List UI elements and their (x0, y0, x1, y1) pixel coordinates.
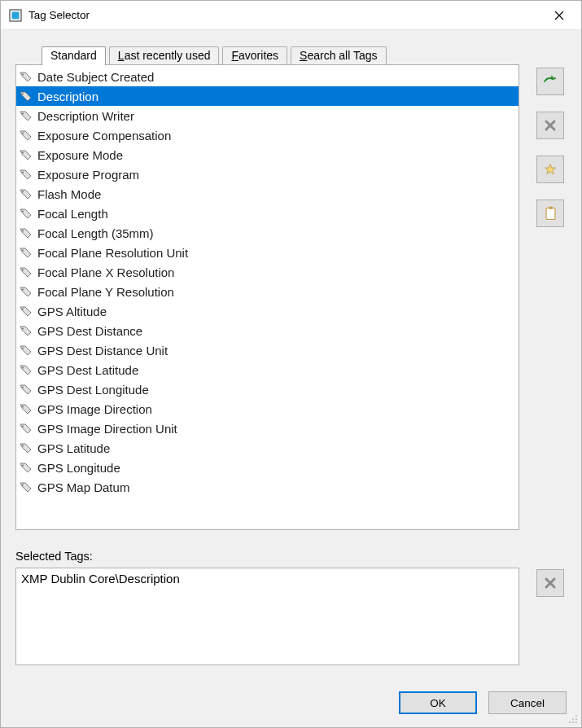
svg-point-5 (22, 133, 24, 134)
tab-search-all-tags[interactable]: Search all Tags (291, 46, 386, 64)
tag-icon (20, 168, 33, 181)
tag-icon (20, 305, 33, 318)
clipboard-button[interactable] (536, 200, 564, 227)
list-item[interactable]: Description Writer (16, 106, 519, 125)
svg-point-16 (22, 348, 24, 349)
list-item[interactable]: GPS Dest Longitude (16, 379, 519, 399)
window-title: Tag Selector (28, 9, 540, 21)
svg-point-11 (22, 250, 24, 252)
list-item-label: Description (37, 90, 98, 103)
tag-icon (20, 70, 33, 83)
svg-point-3 (22, 94, 24, 95)
selected-tags-row: XMP Dublin Core\Description (15, 568, 567, 665)
svg-point-17 (22, 367, 24, 369)
list-item[interactable]: Focal Plane Resolution Unit (16, 243, 519, 262)
left-column: StandardLast recently usedFavoritesSearc… (15, 46, 519, 530)
svg-point-30 (572, 721, 574, 723)
list-item-label: GPS Dest Latitude (37, 363, 138, 377)
ok-button[interactable]: OK (399, 691, 477, 714)
svg-point-13 (22, 289, 24, 291)
list-item[interactable]: GPS Dest Distance (16, 321, 519, 340)
list-item[interactable]: Exposure Program (16, 164, 519, 184)
list-item-label: GPS Longitude (37, 461, 120, 475)
list-item[interactable]: Focal Length (35mm) (16, 223, 519, 243)
svg-point-8 (22, 191, 24, 193)
list-item[interactable]: Flash Mode (16, 184, 519, 204)
svg-point-9 (22, 211, 24, 213)
svg-point-28 (575, 718, 577, 720)
dialog-body: StandardLast recently usedFavoritesSearc… (1, 30, 581, 677)
remove-selected-button[interactable] (536, 569, 564, 597)
list-item[interactable]: Focal Length (16, 204, 519, 223)
list-item[interactable]: Exposure Compensation (16, 125, 519, 145)
list-item[interactable]: GPS Map Datum (16, 477, 519, 497)
svg-point-6 (22, 152, 24, 154)
list-item[interactable]: GPS Image Direction (16, 399, 519, 419)
add-arrow-icon (543, 74, 558, 89)
list-item-label: GPS Image Direction (37, 402, 152, 416)
clipboard-icon (545, 206, 557, 221)
tag-icon (20, 383, 33, 396)
list-item[interactable]: Date Subject Created (16, 67, 519, 86)
list-item-label: Exposure Mode (37, 148, 123, 162)
tag-icon (20, 363, 33, 376)
list-item-label: Focal Length (35mm) (37, 226, 154, 240)
remove-tag-button[interactable] (536, 112, 564, 139)
tag-icon (20, 207, 33, 220)
list-item[interactable]: Exposure Mode (16, 145, 519, 164)
tab-last-recently-used[interactable]: Last recently used (109, 46, 220, 64)
titlebar: Tag Selector (1, 1, 581, 30)
list-item-label: Flash Mode (37, 187, 101, 201)
list-item-label: GPS Dest Distance Unit (37, 344, 168, 357)
close-button[interactable] (540, 3, 578, 28)
selected-side-column (534, 568, 567, 597)
list-item-label: Exposure Program (37, 168, 139, 182)
list-item[interactable]: GPS Image Direction Unit (16, 419, 519, 438)
tag-icon (20, 90, 33, 103)
list-item-label: Focal Plane X Resolution (37, 265, 174, 279)
resize-grip-icon[interactable] (567, 713, 578, 724)
svg-point-4 (22, 113, 24, 115)
list-item-label: Focal Length (37, 207, 108, 221)
svg-point-31 (575, 721, 577, 723)
svg-point-27 (572, 718, 574, 720)
list-item[interactable]: GPS Latitude (16, 438, 519, 458)
list-item-label: GPS Map Datum (37, 480, 129, 494)
tag-list-container: Date Subject CreatedDescriptionDescripti… (15, 64, 519, 530)
list-item[interactable]: Focal Plane Y Resolution (16, 282, 519, 301)
svg-point-21 (22, 445, 24, 447)
favorite-button[interactable] (536, 156, 564, 183)
svg-rect-1 (12, 11, 20, 19)
tab-favorites[interactable]: Favorites (222, 46, 287, 64)
list-item[interactable]: GPS Altitude (16, 301, 519, 321)
selected-tag-item[interactable]: XMP Dublin Core\Description (21, 572, 514, 585)
svg-rect-24 (546, 208, 555, 220)
svg-point-12 (22, 270, 24, 271)
tag-icon (20, 129, 33, 142)
tag-list[interactable]: Date Subject CreatedDescriptionDescripti… (16, 65, 519, 529)
cancel-button[interactable]: Cancel (488, 691, 567, 714)
svg-point-15 (22, 328, 24, 330)
tag-icon (20, 441, 33, 454)
list-item[interactable]: Description (16, 86, 519, 106)
list-item[interactable]: Focal Plane X Resolution (16, 262, 519, 282)
svg-point-23 (22, 485, 24, 486)
svg-rect-25 (549, 207, 553, 209)
list-item[interactable]: GPS Dest Latitude (16, 360, 519, 379)
selected-tags-box[interactable]: XMP Dublin Core\Description (15, 568, 519, 665)
tag-icon (20, 285, 33, 298)
add-tag-button[interactable] (536, 68, 564, 95)
app-icon (9, 9, 22, 22)
tab-standard[interactable]: Standard (42, 46, 106, 65)
list-item-label: GPS Image Direction Unit (37, 422, 177, 436)
list-item-label: GPS Altitude (37, 305, 107, 318)
list-item[interactable]: GPS Dest Distance Unit (16, 340, 519, 360)
svg-point-7 (22, 172, 24, 173)
svg-point-20 (22, 426, 24, 428)
list-item[interactable]: GPS Longitude (16, 458, 519, 477)
list-item-label: Exposure Compensation (37, 129, 171, 143)
tag-icon (20, 461, 33, 474)
svg-point-22 (22, 465, 24, 467)
list-item-label: GPS Dest Distance (37, 324, 142, 338)
svg-point-18 (22, 387, 24, 388)
